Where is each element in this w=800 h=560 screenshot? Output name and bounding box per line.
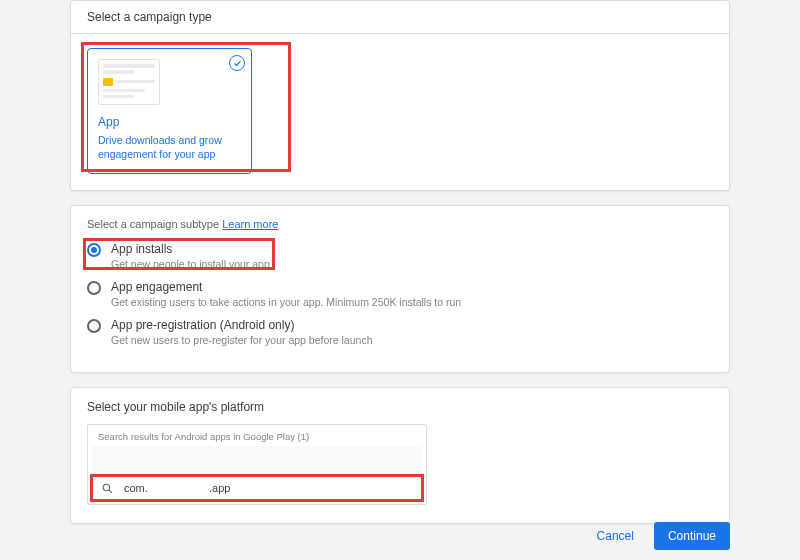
radio-description: Get new users to pre-register for your a… (111, 334, 372, 346)
learn-more-link[interactable]: Learn more (222, 218, 278, 230)
highlight-box (81, 42, 291, 172)
search-results-header: Search results for Android apps in Googl… (88, 425, 426, 446)
card-header: Select a campaign type (71, 1, 729, 34)
radio-description: Get existing users to take actions in yo… (111, 296, 461, 308)
footer-actions: Cancel Continue (589, 522, 730, 550)
cancel-button[interactable]: Cancel (589, 523, 642, 549)
search-result-item[interactable] (92, 446, 422, 472)
campaign-type-card: Select a campaign type App Drive down (70, 0, 730, 191)
subtype-label: Select a campaign subtype Learn more (87, 218, 713, 230)
radio-icon (87, 319, 101, 333)
platform-label: Select your mobile app's platform (87, 400, 713, 414)
subtype-option-app-installs[interactable]: App installsGet new people to install yo… (87, 242, 713, 270)
radio-label: App engagement (111, 280, 461, 294)
search-input-row (92, 476, 422, 500)
highlight-box (83, 238, 275, 270)
subtype-option-app-engagement[interactable]: App engagementGet existing users to take… (87, 280, 713, 308)
campaign-subtype-card: Select a campaign subtype Learn more App… (70, 205, 730, 373)
platform-card: Select your mobile app's platform Search… (70, 387, 730, 524)
highlight-box (90, 474, 424, 502)
radio-icon (87, 281, 101, 295)
continue-button[interactable]: Continue (654, 522, 730, 550)
radio-label: App pre-registration (Android only) (111, 318, 372, 332)
subtype-option-app-pre-registration-android-only-[interactable]: App pre-registration (Android only)Get n… (87, 318, 713, 346)
search-panel: Search results for Android apps in Googl… (87, 424, 427, 505)
